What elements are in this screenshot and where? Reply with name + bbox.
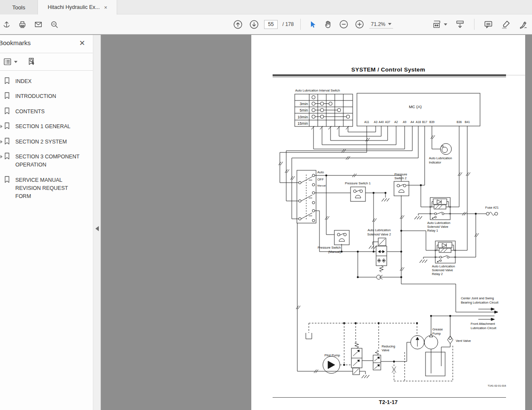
acrobat-window: Tools Hitachi Hydraulic Ex... × <box>0 0 532 410</box>
grease-pump-label: Pump <box>432 332 441 335</box>
collapse-panel-icon[interactable] <box>95 226 99 231</box>
tab-tools-label: Tools <box>12 4 25 11</box>
expand-current-bookmark-icon[interactable] <box>26 56 37 68</box>
panel-collapse-strip[interactable] <box>93 35 101 410</box>
divider <box>0 70 93 71</box>
highlighter-icon[interactable] <box>500 18 512 31</box>
email-icon[interactable] <box>32 19 44 30</box>
pressure-switch-2-label: Switch 2 <box>394 176 406 180</box>
pressure-switch-manual-label: (Manual) <box>328 250 341 254</box>
expand-icon[interactable] <box>0 155 3 158</box>
interval-row-label: 10min <box>297 115 308 119</box>
zoom-level-label: 71.2% <box>371 21 385 27</box>
fill-sign-icon[interactable] <box>517 18 529 31</box>
terminal-label: B36 <box>457 120 462 123</box>
solenoid-valve-2-label: Solenoid Valve 2 <box>367 232 391 236</box>
interval-switch-title: Auto Lubrication Interval Switch <box>295 89 340 92</box>
center-joint-circuit-label: Bearing Lubrication Circuit <box>461 301 499 304</box>
selector-auto-label: Auto <box>317 170 324 174</box>
pressure-switch-1-label: Pressure Switch 1 <box>345 181 371 185</box>
zoom-level-control[interactable]: 71.2% <box>369 20 393 29</box>
bookmark-item-section1[interactable]: SECTION 1 GENERAL <box>0 119 93 134</box>
zoom-out-icon[interactable] <box>338 18 350 30</box>
bookmarks-list: INDEX INTRODUCTION CONTENTS SECTION 1 GE… <box>0 74 93 204</box>
bookmark-item-revision-form[interactable]: SERVICE MANUAL REVISION REQUEST FORM <box>0 173 93 204</box>
relay-2-label: Auto Lubrication <box>432 264 455 268</box>
terminal-label: A9 <box>403 120 407 123</box>
next-page-icon[interactable] <box>248 18 260 31</box>
interval-row-label: 5min <box>299 108 308 112</box>
terminal-label: A3 <box>374 120 378 123</box>
select-tool-icon[interactable] <box>307 19 318 30</box>
share-icon[interactable] <box>1 19 12 30</box>
close-tab-icon[interactable]: × <box>104 5 107 10</box>
terminal-label: B39 <box>429 120 434 123</box>
relay-2-label: Relay 2 <box>432 272 443 276</box>
selector-off-label: OFF <box>317 178 324 181</box>
interval-row-label: 3min <box>299 102 308 106</box>
terminal-label: A4 <box>411 120 414 123</box>
tab-tools[interactable]: Tools <box>0 0 38 14</box>
selector-manual-label: Manual <box>317 184 326 187</box>
bookmark-icon <box>4 122 10 131</box>
pressure-switch-2-label: Pressure <box>394 172 407 176</box>
bookmark-icon <box>4 138 10 146</box>
bookmark-item-section2[interactable]: SECTION 2 SYSTEM <box>0 135 93 149</box>
fuse-label: Fuse #21 <box>485 206 498 209</box>
terminal-label: A37 <box>385 120 390 123</box>
solenoid-valve-2-label: Auto Lubrication <box>368 228 391 232</box>
fit-width-icon[interactable] <box>431 18 449 31</box>
wiring-diagram: Auto Lubrication Interval Switch 3min 5m… <box>251 35 525 410</box>
bookmarks-panel: Bookmarks ✕ INDEX <box>0 35 93 410</box>
terminal-label: A2 <box>394 120 398 123</box>
reducing-valve-label: Valve <box>382 348 389 352</box>
pdf-page: SYSTEM / Control System <box>251 35 525 410</box>
bookmark-options-icon[interactable] <box>2 56 19 68</box>
terminal-label: B41 <box>465 120 470 123</box>
grease-pump-label: Grease <box>432 327 443 331</box>
hand-tool-icon[interactable] <box>322 18 334 30</box>
relay-1-label: Auto Lubrication <box>427 221 450 225</box>
bookmark-icon <box>4 176 10 185</box>
bookmark-icon <box>4 107 10 116</box>
page-scrolling-icon[interactable] <box>454 18 466 31</box>
toolbar-divider <box>300 19 301 30</box>
toolbar-divider <box>474 19 474 30</box>
relay-2-label: Solenoid Valve <box>432 268 453 272</box>
chevron-down-icon <box>14 61 17 63</box>
close-panel-icon[interactable]: ✕ <box>79 39 85 48</box>
tab-bar: Tools Hitachi Hydraulic Ex... × <box>0 0 532 14</box>
footer-rule <box>273 397 506 398</box>
relay-1-label: Solenoid Valve <box>427 225 448 229</box>
page-footer-number: T2-1-17 <box>251 399 525 405</box>
search-icon[interactable] <box>49 19 60 30</box>
bookmark-icon <box>4 77 10 86</box>
pilot-pump-label: Pilot Pump <box>325 353 340 357</box>
reducing-valve-label: Reducing <box>382 344 395 348</box>
bookmark-icon <box>4 92 10 101</box>
previous-page-icon[interactable] <box>232 18 244 31</box>
figure-number: T141-02-01-016 <box>488 384 506 387</box>
tab-document[interactable]: Hitachi Hydraulic Ex... × <box>38 0 117 14</box>
comment-icon[interactable] <box>482 18 495 31</box>
bookmark-item-index[interactable]: INDEX <box>0 74 93 89</box>
front-attachment-circuit-label: Lubrication Circuit <box>471 326 497 330</box>
chevron-down-icon <box>444 23 447 26</box>
zoom-in-icon[interactable] <box>354 18 365 30</box>
document-area[interactable]: SYSTEM / Control System <box>101 35 532 410</box>
bookmark-icon <box>4 152 10 161</box>
bookmark-item-introduction[interactable]: INTRODUCTION <box>0 89 93 104</box>
terminal-label: A18 <box>416 120 421 123</box>
tab-document-label: Hitachi Hydraulic Ex... <box>48 4 100 10</box>
expand-icon[interactable] <box>0 125 3 128</box>
page-count-label: / 178 <box>282 21 294 27</box>
bookmark-item-section3[interactable]: SECTION 3 COMPONENT OPERATION <box>0 149 93 173</box>
terminal-label: B17 <box>422 120 427 123</box>
interval-row-label: 15min <box>297 121 308 126</box>
print-icon[interactable] <box>17 19 28 30</box>
page-number-input[interactable] <box>264 20 278 29</box>
expand-icon[interactable] <box>0 140 3 143</box>
center-joint-circuit-label: Center Joint and Swing <box>461 296 494 300</box>
front-attachment-circuit-label: Front Attachment <box>471 322 495 326</box>
bookmark-item-contents[interactable]: CONTENTS <box>0 104 93 119</box>
